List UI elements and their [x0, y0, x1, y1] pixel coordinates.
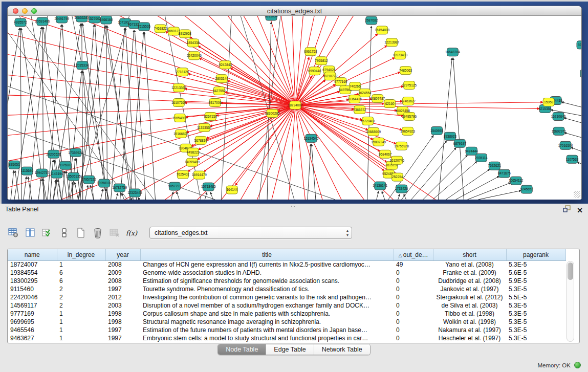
tab-network-table[interactable]: Network Table [314, 344, 370, 355]
table-cell[interactable]: 2 [57, 285, 105, 293]
network-node[interactable]: 17359924 [68, 148, 83, 157]
network-node[interactable]: 13958107 [97, 179, 112, 187]
table-cell[interactable]: 1997 [105, 326, 140, 334]
table-cell[interactable]: 18300295 [8, 277, 57, 285]
network-node[interactable]: 19166827 [173, 129, 188, 138]
network-node[interactable]: 7485063 [399, 67, 412, 75]
table-cell[interactable]: 9115460 [8, 285, 57, 293]
table-cell[interactable]: Yano et al. (2008) [433, 260, 506, 269]
table-cell[interactable]: 2003 [105, 301, 140, 310]
window-close-button[interactable] [13, 8, 18, 14]
network-node[interactable]: 4935572 [14, 18, 27, 27]
column-header-name[interactable]: name [8, 249, 57, 260]
table-row[interactable]: 946362711997Embryonic stem cells: a mode… [8, 334, 565, 342]
new-document-icon[interactable] [75, 227, 87, 239]
network-node[interactable]: 1733426 [395, 185, 408, 193]
network-node[interactable]: 6961758 [304, 48, 317, 56]
network-node[interactable]: 20491749 [54, 16, 69, 23]
table-cell[interactable]: Tibbo et al. (1998) [433, 310, 506, 318]
table-cell[interactable]: 2008 [105, 260, 140, 269]
table-cell[interactable]: Hescheler et al. (1997) [433, 334, 506, 342]
resize-grip[interactable] [574, 191, 580, 198]
table-row[interactable]: 1872400712008Changes of HCN gene express… [8, 260, 565, 269]
network-node[interactable]: 19654983 [172, 114, 187, 122]
network-node[interactable]: 6879197 [453, 139, 467, 147]
network-hub-node[interactable]: 18724007 [288, 101, 303, 110]
network-node[interactable]: 19756928 [394, 142, 409, 150]
network-node[interactable]: 1527602 [88, 16, 101, 23]
network-node[interactable]: 6990448 [308, 67, 321, 75]
network-window-titlebar[interactable]: citations_edges.txt [8, 6, 581, 16]
network-node[interactable]: 7955812 [315, 57, 328, 65]
table-cell[interactable]: 6 [57, 269, 105, 277]
table-cell[interactable]: 2012 [105, 293, 140, 301]
network-node[interactable]: 8938923 [444, 132, 457, 140]
network-node[interactable]: 19495796 [402, 112, 417, 120]
network-node[interactable]: 14099489 [185, 158, 200, 166]
panel-splitter-handle[interactable] [291, 205, 296, 208]
close-panel-icon[interactable]: ✕ [577, 206, 583, 215]
table-cell[interactable]: Disruption of a novel member of a sodium… [140, 301, 394, 310]
table-cell[interactable]: 0 [394, 293, 433, 301]
network-node[interactable]: 2803144 [215, 75, 229, 83]
table-cell[interactable]: 22420046 [8, 293, 57, 301]
network-node[interactable]: 1145194 [50, 170, 63, 178]
network-node[interactable]: 7515526 [138, 23, 151, 31]
network-node[interactable]: 16648784 [445, 48, 460, 56]
network-node[interactable]: 8912958 [179, 30, 192, 38]
network-node[interactable]: 10654112 [509, 177, 524, 185]
network-node[interactable]: 10688609 [366, 127, 381, 136]
network-node[interactable]: 12213363 [171, 84, 186, 92]
network-node[interactable]: 9317006 [209, 99, 222, 107]
network-node[interactable]: 9684067 [379, 150, 392, 158]
network-node[interactable]: 15718485 [201, 183, 216, 191]
show-columns-icon[interactable] [24, 227, 36, 239]
table-cell[interactable]: 5.3E-5 [506, 310, 565, 318]
network-node[interactable]: 16120746 [389, 156, 404, 164]
table-cell[interactable]: Changes of HCN gene expression and I(f) … [140, 260, 394, 269]
table-cell[interactable]: 0 [394, 310, 433, 318]
network-node[interactable]: 15720407 [360, 117, 375, 125]
tab-node-table[interactable]: Node Table [218, 344, 266, 355]
column-header-title[interactable]: title [140, 249, 394, 260]
network-node[interactable]: 13505135 [66, 172, 81, 181]
table-cell[interactable]: 19384554 [8, 269, 57, 277]
network-node[interactable]: 7386372 [353, 106, 366, 114]
table-row[interactable]: 977716911998Corpus callosum shape and si… [8, 310, 565, 318]
network-node[interactable]: 92734 [577, 41, 581, 49]
network-node[interactable]: 8267150 [204, 112, 217, 120]
table-settings-icon[interactable] [7, 227, 19, 239]
table-cell[interactable]: 5.3E-5 [506, 318, 565, 326]
table-cell[interactable]: 2 [57, 293, 105, 301]
scrollbar-thumb[interactable] [568, 262, 573, 280]
table-cell[interactable]: Investigating the contribution of common… [140, 293, 394, 301]
table-cell[interactable]: 0 [394, 269, 433, 277]
table-cell[interactable]: 49 [394, 260, 433, 269]
table-cell[interactable]: 1997 [105, 334, 140, 342]
network-node[interactable]: 9857791 [168, 182, 182, 190]
network-node[interactable]: 15807249 [371, 138, 386, 146]
table-cell[interactable]: 5.3E-5 [506, 285, 565, 293]
table-cell[interactable]: Embryonic stem cells: a model to study s… [140, 334, 394, 342]
network-node[interactable]: 15958 [543, 98, 554, 106]
network-node[interactable]: 16210643 [551, 112, 566, 120]
table-cell[interactable]: 5.9E-5 [506, 277, 565, 285]
network-node[interactable]: 62160 [384, 100, 396, 108]
network-node[interactable]: 12213987 [384, 38, 399, 47]
network-node[interactable]: 9242843 [219, 61, 232, 69]
table-cell[interactable]: 5.3E-5 [506, 301, 565, 310]
network-node[interactable]: 9975887 [59, 161, 72, 169]
table-cell[interactable]: Stergiakouli et al. (2012) [433, 293, 506, 301]
table-cell[interactable]: Genome-wide association studies in ADHD. [140, 269, 394, 277]
column-header-year[interactable]: year [105, 249, 140, 260]
network-node[interactable]: 7463822 [154, 25, 167, 33]
network-node[interactable]: 16782759 [112, 184, 127, 192]
column-header-out_de[interactable]: △ out_de… [394, 249, 433, 260]
table-cell[interactable]: de Silva et al. (2003) [433, 301, 506, 310]
table-cell[interactable]: 5.3E-5 [506, 326, 565, 334]
network-node[interactable]: 18300295 [265, 109, 280, 117]
table-cell[interactable]: Wolkin et al. (1998) [433, 318, 506, 326]
table-cell[interactable]: 1 [57, 310, 105, 318]
table-cell[interactable]: Corpus callosum shape and size in male p… [140, 310, 394, 318]
tab-edge-table[interactable]: Edge Table [266, 344, 313, 355]
